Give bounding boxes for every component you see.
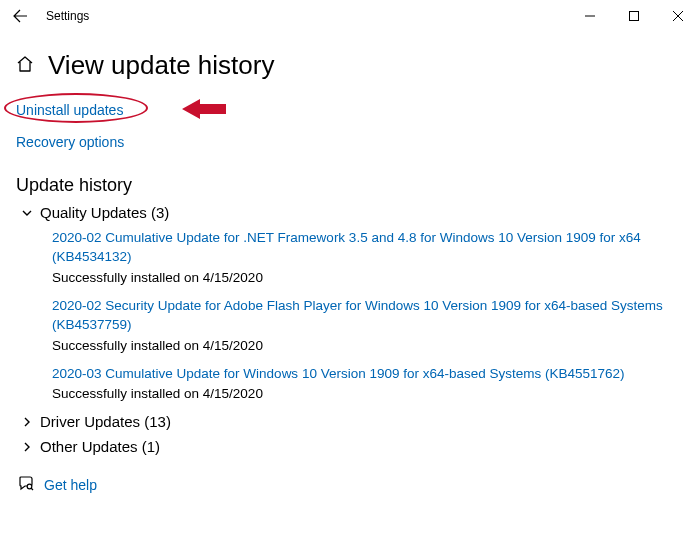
update-item: 2020-02 Security Update for Adobe Flash … xyxy=(52,297,684,353)
update-history-heading: Update history xyxy=(16,175,684,196)
category-quality-updates: Quality Updates (3) 2020-02 Cumulative U… xyxy=(16,204,684,401)
uninstall-updates-link[interactable]: Uninstall updates xyxy=(16,102,123,118)
back-button[interactable] xyxy=(8,8,32,24)
content-area: View update history Uninstall updates Re… xyxy=(0,32,700,495)
update-link[interactable]: 2020-03 Cumulative Update for Windows 10… xyxy=(52,365,684,384)
chevron-right-icon xyxy=(20,415,34,429)
help-icon xyxy=(18,475,34,495)
window-title: Settings xyxy=(46,9,568,23)
update-link[interactable]: 2020-02 Cumulative Update for .NET Frame… xyxy=(52,229,684,267)
update-link[interactable]: 2020-02 Security Update for Adobe Flash … xyxy=(52,297,684,335)
update-status: Successfully installed on 4/15/2020 xyxy=(52,386,684,401)
update-status: Successfully installed on 4/15/2020 xyxy=(52,338,684,353)
page-header: View update history xyxy=(16,50,684,81)
get-help-row: Get help xyxy=(18,475,684,495)
arrow-left-icon xyxy=(12,8,28,24)
svg-rect-0 xyxy=(630,12,639,21)
category-label: Quality Updates (3) xyxy=(40,204,169,221)
close-icon xyxy=(673,11,683,21)
update-item: 2020-03 Cumulative Update for Windows 10… xyxy=(52,365,684,402)
maximize-button[interactable] xyxy=(612,0,656,32)
chevron-down-icon xyxy=(20,206,34,220)
page-title: View update history xyxy=(48,50,274,81)
recovery-options-link[interactable]: Recovery options xyxy=(16,134,124,150)
update-status: Successfully installed on 4/15/2020 xyxy=(52,270,684,285)
titlebar: Settings xyxy=(0,0,700,32)
minimize-button[interactable] xyxy=(568,0,612,32)
minimize-icon xyxy=(585,11,595,21)
category-label: Driver Updates (13) xyxy=(40,413,171,430)
category-toggle-quality[interactable]: Quality Updates (3) xyxy=(20,204,684,221)
close-button[interactable] xyxy=(656,0,700,32)
category-toggle-driver[interactable]: Driver Updates (13) xyxy=(20,413,684,430)
home-icon[interactable] xyxy=(16,55,34,77)
window-controls xyxy=(568,0,700,32)
update-item: 2020-02 Cumulative Update for .NET Frame… xyxy=(52,229,684,285)
maximize-icon xyxy=(629,11,639,21)
get-help-link[interactable]: Get help xyxy=(44,477,97,493)
chevron-right-icon xyxy=(20,440,34,454)
category-toggle-other[interactable]: Other Updates (1) xyxy=(20,438,684,455)
category-label: Other Updates (1) xyxy=(40,438,160,455)
